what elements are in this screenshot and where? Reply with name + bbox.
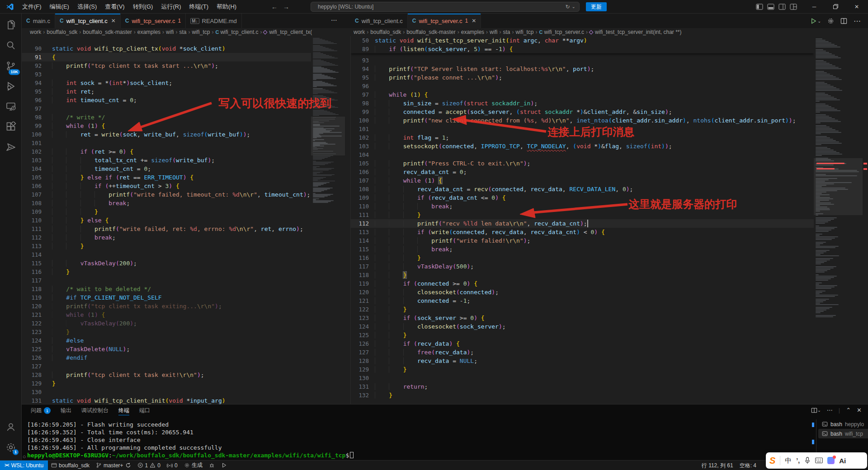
problems-indicator[interactable]: 1 0 bbox=[134, 461, 164, 470]
tab-wifi_tcp_client.c[interactable]: Cwifi_tcp_client.c✕ bbox=[55, 14, 121, 28]
terminal-tab-wifi_tcp[interactable]: bashwifi_tcp bbox=[818, 429, 868, 438]
breadcrumb-item[interactable]: wifi_tcp bbox=[192, 29, 210, 35]
code-line-113[interactable]: 113 } bbox=[22, 242, 311, 250]
chevron-down-icon[interactable]: ⌄ bbox=[572, 2, 576, 11]
menu-转到G[interactable]: 转到(G) bbox=[129, 2, 157, 12]
workspace-indicator[interactable]: bouffalo_sdk bbox=[48, 461, 93, 470]
code-line-116[interactable]: 116 } bbox=[22, 268, 311, 276]
code-line-89[interactable]: 89 if (listen(sock_server, 5) == -1) { bbox=[351, 45, 814, 53]
code-line-112[interactable]: 112 printf("recv %lld len data\r\n", rec… bbox=[351, 219, 814, 228]
update-button[interactable]: 更新 bbox=[586, 2, 607, 11]
code-line-129[interactable]: 129 } bbox=[351, 365, 814, 374]
code-line-127[interactable]: 127 bbox=[22, 362, 311, 371]
code-line-107[interactable]: 107 printf("write failed, timeout_cnt: %… bbox=[22, 190, 311, 199]
code-line-115[interactable]: 115 vTaskDelay(200); bbox=[22, 259, 311, 268]
run-button[interactable]: ⌄ bbox=[810, 18, 821, 24]
terminal-output[interactable]: [16:26:59.205] - Flash writing succeeded… bbox=[27, 421, 354, 459]
ime-ai-button[interactable]: Ai bbox=[839, 457, 846, 465]
code-line-115[interactable]: 115 break; bbox=[351, 245, 814, 254]
breadcrumb-item[interactable]: Cwifi_tcp_server.c bbox=[539, 29, 584, 35]
code-line-123[interactable]: 123 } bbox=[22, 328, 311, 336]
code-line-132[interactable]: 132 } bbox=[351, 391, 814, 400]
code-line-124[interactable]: 124 #else bbox=[22, 336, 311, 345]
code-line-103[interactable]: 103 setsockopt(connected, IPPROTO_TCP, T… bbox=[351, 142, 814, 150]
code-line-93[interactable]: 93 bbox=[22, 70, 311, 79]
code-line-98[interactable]: 98 /* write */ bbox=[22, 113, 311, 122]
breadcrumb-item[interactable]: bouffalo_sdk bbox=[47, 29, 77, 35]
code-line-130[interactable]: 130 bbox=[22, 388, 311, 396]
menu-文件F[interactable]: 文件(F) bbox=[18, 2, 46, 12]
breadcrumb-item[interactable]: Cwifi_tcp_client.c bbox=[215, 29, 258, 35]
close-tab-icon[interactable]: ✕ bbox=[472, 18, 476, 24]
code-line-97[interactable]: 97 while (1) { bbox=[351, 90, 814, 99]
breadcrumb-item[interactable]: wifi bbox=[490, 29, 497, 35]
breadcrumb-item[interactable]: wifi bbox=[166, 29, 174, 35]
code-line-117[interactable]: 117 bbox=[22, 276, 311, 285]
breadcrumb-item[interactable]: bouffalo_sdk-master bbox=[83, 29, 132, 35]
code-line-125[interactable]: 125 } bbox=[351, 331, 814, 339]
source-control-icon[interactable]: 10K bbox=[0, 56, 22, 76]
code-line-100[interactable]: 100 printf("new client connected from (%… bbox=[351, 116, 814, 125]
git-branch-indicator[interactable]: master+ bbox=[93, 461, 134, 470]
indentation-indicator[interactable]: 空格: 4 bbox=[736, 461, 760, 470]
panel-tab-终端[interactable]: 终端 bbox=[118, 404, 129, 417]
code-line-125[interactable]: 125 vTaskDelete(NULL); bbox=[22, 345, 311, 353]
minimap-slider[interactable] bbox=[814, 158, 863, 215]
code-line-118[interactable]: 118 } bbox=[351, 271, 814, 279]
code-line-110[interactable]: 110 break; bbox=[351, 202, 814, 211]
code-line-95[interactable]: 95 int ret; bbox=[22, 87, 311, 96]
tab-wifi_tcp_server.c[interactable]: Cwifi_tcp_server.c1 bbox=[121, 14, 186, 28]
minimap-left[interactable] bbox=[311, 36, 345, 404]
code-line-92[interactable]: 92 printf("tcp client tx task start ...\… bbox=[22, 61, 311, 70]
menu-选择S[interactable]: 选择(S) bbox=[73, 2, 101, 12]
code-line-118[interactable]: 118 /* wait to be deleted */ bbox=[22, 285, 311, 293]
breadcrumb-item[interactable]: sta bbox=[503, 29, 510, 35]
command-center[interactable]: heppylo [WSL: Ubuntu] ↻ ⌄ bbox=[311, 2, 580, 12]
code-line-114[interactable]: 114 printf("write falied!\r\n"); bbox=[351, 236, 814, 245]
toggle-panel-icon[interactable] bbox=[767, 3, 774, 10]
code-line-96[interactable]: 96 int timeout_cnt = 0; bbox=[22, 96, 311, 104]
extensions-icon[interactable] bbox=[0, 117, 22, 137]
tab-README.md[interactable]: M↓README.md bbox=[186, 14, 242, 28]
code-line-101[interactable]: 101 bbox=[351, 125, 814, 133]
code-line-95[interactable]: 95 printf("please connet ...\r\n"); bbox=[351, 73, 814, 82]
code-line-109[interactable]: 109 if (recv_data_cnt <= 0) { bbox=[351, 193, 814, 202]
split-terminal-button[interactable]: ⌄ bbox=[811, 407, 821, 414]
code-line-102[interactable]: 102 int flag = 1; bbox=[351, 133, 814, 142]
sogou-logo-icon[interactable]: S bbox=[769, 456, 775, 466]
code-line-103[interactable]: 103 total_tx_cnt += sizeof(write_buf); bbox=[22, 156, 311, 164]
code-line-108[interactable]: 108 recv_data_cnt = recv(connected, recv… bbox=[351, 185, 814, 193]
accounts-icon[interactable] bbox=[0, 417, 22, 437]
menu-运行R[interactable]: 运行(R) bbox=[157, 2, 185, 12]
command-decoration-icon[interactable]: ○ bbox=[23, 453, 25, 461]
terminal-tab-heppylo[interactable]: bashheppylo bbox=[818, 419, 868, 429]
code-line-99[interactable]: 99 while (1) { bbox=[22, 122, 311, 130]
code-line-116[interactable]: 116 } bbox=[351, 254, 814, 262]
code-line-101[interactable]: 101 bbox=[22, 139, 311, 147]
run-status-button[interactable] bbox=[218, 461, 230, 470]
code-line-114[interactable]: 114 bbox=[22, 250, 311, 259]
ports-indicator[interactable]: 0 bbox=[164, 461, 181, 470]
code-line-111[interactable]: 111 } bbox=[351, 211, 814, 219]
code-line-106[interactable]: 106 if (++timeout_cnt > 3) { bbox=[22, 182, 311, 190]
overview-ruler[interactable] bbox=[863, 36, 868, 404]
code-line-105[interactable]: 105 printf("Press CTRL-C to exit.\r\n"); bbox=[351, 159, 814, 168]
code-line-104[interactable]: 104 bbox=[351, 150, 814, 159]
breadcrumb-item[interactable]: work bbox=[30, 29, 41, 35]
panel-tab-输出[interactable]: 输出 bbox=[61, 404, 71, 417]
toggle-sidebar-icon[interactable] bbox=[756, 3, 763, 10]
refresh-icon[interactable]: ↻ bbox=[566, 2, 570, 11]
breadcrumb-item[interactable]: work bbox=[354, 29, 365, 35]
menu-终端T[interactable]: 终端(T) bbox=[185, 2, 212, 12]
panel-tab-调试控制台[interactable]: 调试控制台 bbox=[81, 404, 108, 417]
cursor-position-indicator[interactable]: 行 112, 列 61 bbox=[698, 461, 736, 470]
maximize-panel-icon[interactable]: ⌃ bbox=[846, 407, 851, 414]
code-line-122[interactable]: 122 } bbox=[351, 305, 814, 314]
code-line-94[interactable]: 94 printf("TCP Server listen start: loca… bbox=[351, 65, 814, 73]
remote-indicator[interactable]: >< WSL: Ubuntu bbox=[0, 461, 48, 470]
code-line-91[interactable]: 91{ bbox=[22, 53, 311, 61]
breadcrumb-item[interactable]: examples bbox=[137, 29, 160, 35]
code-line-121[interactable]: 121 while (1) { bbox=[22, 310, 311, 319]
editor-right[interactable]: 50static void wifi_test_tcp_server_init(… bbox=[351, 36, 814, 404]
code-line-97[interactable]: 97 bbox=[22, 104, 311, 113]
